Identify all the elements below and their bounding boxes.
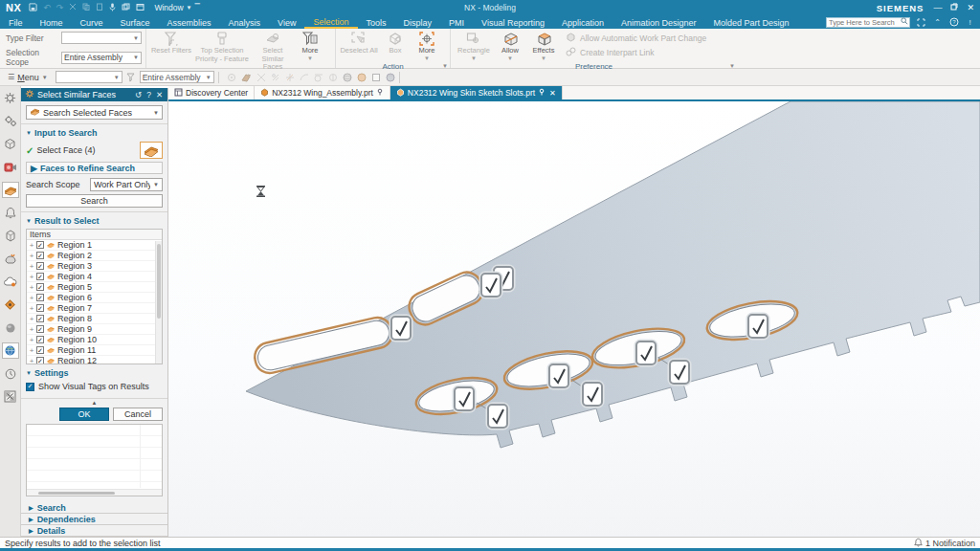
notification-area[interactable]: 1 Notification bbox=[914, 538, 975, 549]
details-section[interactable]: ▶Details bbox=[21, 525, 167, 537]
select-similar-faces-button[interactable]: Select Similar Faces bbox=[252, 30, 294, 72]
ok-button[interactable]: OK bbox=[59, 408, 109, 421]
filter-more-button[interactable]: More▼ bbox=[296, 30, 324, 72]
cloud-icon[interactable] bbox=[2, 274, 19, 290]
visual-tag-checkbox[interactable] bbox=[391, 317, 411, 340]
results-scrollbar[interactable] bbox=[155, 241, 162, 364]
tab-visual-reporting[interactable]: Visual Reporting bbox=[473, 15, 553, 29]
region-row[interactable]: +✓Region 2 bbox=[27, 251, 162, 261]
snap-face-icon[interactable] bbox=[386, 73, 395, 82]
snap-arc-icon[interactable] bbox=[300, 73, 309, 82]
rectangle-button[interactable]: Rectangle▼ bbox=[455, 30, 493, 62]
globe-icon[interactable] bbox=[2, 342, 19, 359]
tab-home[interactable]: Home bbox=[32, 15, 72, 29]
selection-filter-icon[interactable] bbox=[126, 73, 136, 82]
tab-tools[interactable]: Tools bbox=[358, 15, 395, 29]
region-row[interactable]: +✓Region 3 bbox=[27, 261, 162, 272]
region-row[interactable]: +✓Region 4 bbox=[27, 272, 162, 282]
selection-type-combo[interactable]: ▼ bbox=[56, 71, 122, 83]
visual-tag-checkbox[interactable] bbox=[583, 383, 602, 406]
tab-view[interactable]: View bbox=[269, 15, 304, 29]
visual-tag-checkbox[interactable] bbox=[748, 315, 768, 338]
create-interpart-link-button[interactable]: Create Interpart Link bbox=[566, 47, 706, 58]
command-search[interactable] bbox=[826, 17, 910, 28]
select-face-row[interactable]: ✓ Select Face (4) bbox=[26, 142, 163, 159]
snap-quadrant-icon[interactable] bbox=[328, 73, 338, 82]
tab-selection[interactable]: Selection bbox=[304, 15, 357, 29]
snap-end-icon[interactable] bbox=[241, 73, 252, 82]
snap-tangent-icon[interactable] bbox=[314, 73, 323, 82]
action-more-button[interactable]: More▼ bbox=[412, 30, 441, 62]
show-visual-tags-checkbox[interactable]: ✓ bbox=[26, 383, 34, 391]
search-section[interactable]: ▶Search bbox=[21, 502, 167, 514]
pin-icon[interactable] bbox=[376, 88, 384, 98]
visual-tag-checkbox[interactable] bbox=[670, 361, 689, 384]
effects-button[interactable]: Effects▼ bbox=[527, 30, 560, 62]
transform-checker-icon[interactable] bbox=[2, 388, 19, 405]
notifications-icon[interactable]: ! bbox=[965, 17, 975, 28]
wing-skin-sheet[interactable] bbox=[246, 101, 980, 448]
voice-command-icon[interactable] bbox=[109, 3, 116, 13]
tab-surface[interactable]: Surface bbox=[112, 15, 159, 29]
top-selection-priority-button[interactable]: Top Selection Priority - Feature bbox=[194, 30, 250, 72]
allow-auto-work-part-button[interactable]: Allow Automatic Work Part Change bbox=[566, 33, 706, 44]
menu-button[interactable]: ☰ MMenuenu▼ bbox=[4, 73, 52, 82]
faces-to-refine-section[interactable]: ▶Faces to Refine Search bbox=[26, 162, 163, 174]
gears-icon[interactable] bbox=[2, 113, 19, 129]
diamond-icon[interactable] bbox=[2, 297, 19, 313]
movie-camera-icon[interactable] bbox=[2, 159, 19, 175]
scope-combo[interactable]: Entire Assembly▼ bbox=[140, 71, 214, 83]
tab-display[interactable]: Display bbox=[395, 15, 441, 29]
snap-cylinder-icon[interactable] bbox=[357, 73, 367, 82]
dialog-collapse-arrow[interactable]: ▲ bbox=[26, 399, 163, 408]
tab-wing-skin-sketch-slots[interactable]: NX2312 Wing Skin Sketch Slots.prt ✕ bbox=[390, 86, 563, 99]
region-row[interactable]: +✓Region 6 bbox=[27, 293, 162, 303]
fullscreen-icon[interactable] bbox=[916, 17, 926, 28]
items-column-header[interactable]: Items bbox=[27, 230, 162, 240]
graphics-viewport[interactable] bbox=[168, 101, 980, 537]
search-mode-dropdown[interactable]: Search Selected Faces▼ bbox=[26, 105, 163, 120]
reset-filters-button[interactable]: Reset Filters bbox=[150, 30, 192, 72]
search-input[interactable] bbox=[827, 18, 900, 27]
help-icon[interactable]: ? bbox=[948, 17, 959, 28]
visual-tag-checkbox[interactable] bbox=[636, 342, 656, 364]
sphere-icon[interactable] bbox=[2, 320, 19, 336]
region-row[interactable]: +✓Region 7 bbox=[27, 303, 162, 314]
dependencies-section[interactable]: ▶Dependencies bbox=[21, 514, 167, 525]
dialog-header[interactable]: Select Similar Faces ↺ ? ✕ bbox=[21, 88, 167, 101]
selection-list[interactable] bbox=[26, 424, 163, 496]
tab-analysis[interactable]: Analysis bbox=[220, 15, 270, 29]
region-row[interactable]: +✓Region 11 bbox=[27, 345, 162, 356]
part-stack-icon[interactable] bbox=[2, 136, 19, 152]
snap-plane-icon[interactable] bbox=[371, 73, 381, 82]
cancel-button[interactable]: Cancel bbox=[113, 408, 163, 421]
preference-group-launcher[interactable]: ▼ bbox=[729, 63, 735, 69]
select-similar-faces-rail-icon[interactable] bbox=[2, 182, 19, 198]
settings-section[interactable]: ▼Settings bbox=[26, 367, 163, 380]
action-group-launcher[interactable]: ▼ bbox=[442, 63, 448, 69]
box-part-icon[interactable] bbox=[2, 228, 19, 244]
type-filter-combo[interactable]: ▼ bbox=[61, 32, 142, 44]
tab-application[interactable]: Application bbox=[553, 15, 612, 29]
bell-icon[interactable] bbox=[2, 205, 19, 221]
region-row[interactable]: +✓Region 5 bbox=[27, 282, 162, 293]
selection-scope-combo[interactable]: Entire Assembly▼ bbox=[61, 52, 142, 64]
undo-icon[interactable]: ↶ bbox=[43, 3, 51, 12]
tab-molded-part-design[interactable]: Molded Part Design bbox=[705, 15, 798, 29]
tab-pmi[interactable]: PMI bbox=[440, 15, 473, 29]
cut-icon[interactable] bbox=[69, 3, 77, 12]
result-to-select-section[interactable]: ▼Result to Select bbox=[26, 215, 163, 228]
tab-wing-assembly[interactable]: NX2312 Wing_Assembly.prt bbox=[255, 86, 390, 99]
tab-close-icon[interactable]: ✕ bbox=[548, 89, 556, 98]
region-row[interactable]: +✓Region 10 bbox=[27, 335, 162, 345]
search-button[interactable]: Search bbox=[26, 194, 163, 208]
dialog-close-icon[interactable]: ✕ bbox=[155, 90, 164, 99]
save-icon[interactable] bbox=[29, 3, 37, 13]
paste-icon[interactable] bbox=[96, 3, 103, 12]
touch-mode-icon[interactable] bbox=[122, 3, 130, 13]
gear-icon[interactable] bbox=[2, 90, 19, 106]
select-face-button[interactable] bbox=[140, 142, 163, 159]
region-row[interactable]: +✓Region 9 bbox=[27, 324, 162, 335]
snap-intersection-icon[interactable] bbox=[285, 73, 295, 82]
visual-tag-checkbox[interactable] bbox=[549, 364, 568, 387]
